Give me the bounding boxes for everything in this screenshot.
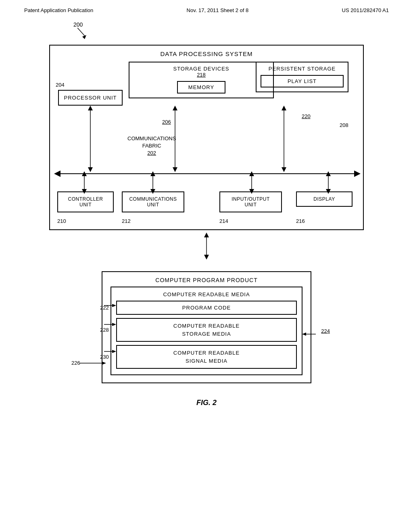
- page-header: Patent Application Publication Nov. 17, …: [0, 0, 413, 17]
- svg-marker-20: [112, 323, 116, 326]
- storage-devices-num: 218: [133, 72, 269, 78]
- crm-signal-box: COMPUTER READABLESIGNAL MEDIA: [116, 345, 297, 369]
- dps-title: DATA PROCESSING SYSTEM: [55, 50, 358, 57]
- crm-storage-box: COMPUTER READABLESTORAGE MEDIA: [116, 318, 297, 342]
- ref-216-label: 216: [296, 218, 305, 224]
- ref-204-label: 204: [56, 82, 65, 88]
- arrow-228: [104, 322, 120, 328]
- dps-outer-box: DATA PROCESSING SYSTEM STORAGE DEVICES 2…: [49, 45, 364, 230]
- diagram-container: 200 DATA PROCESSING SYSTEM STORAGE DEVIC…: [0, 21, 413, 407]
- fig-caption: FIG. 2: [196, 399, 217, 407]
- svg-marker-24: [302, 332, 306, 336]
- ref-214-label: 214: [219, 218, 228, 224]
- svg-marker-18: [112, 304, 116, 307]
- program-code-box: PROGRAM CODE: [116, 301, 297, 315]
- persistent-storage-box: PERSISTENT STORAGE PLAY LIST: [256, 62, 348, 92]
- ref-220-label: 220: [302, 113, 311, 119]
- header-middle: Nov. 17, 2011 Sheet 2 of 8: [187, 7, 249, 13]
- crm-title: COMPUTER READABLE MEDIA: [116, 291, 297, 297]
- ref-200-label: 200: [73, 21, 83, 28]
- controller-unit-box: CONTROLLER UNIT: [57, 191, 114, 212]
- crm-storage-row: 228 COMPUTER READABLESTORAGE MEDIA: [116, 318, 297, 342]
- ref-210-label: 210: [57, 218, 66, 224]
- communications-unit-box: COMMUNICATIONS UNIT: [122, 191, 184, 212]
- storage-devices-title: STORAGE DEVICES: [133, 66, 269, 72]
- arrow-230: [104, 349, 120, 355]
- svg-marker-22: [112, 350, 116, 353]
- crm-signal-row: 230 COMPUTER READABLESIGNAL MEDIA: [116, 345, 297, 369]
- arrow-226: [71, 360, 88, 368]
- cpp-outer-box: COMPUTER PROGRAM PRODUCT COMPUTER READAB…: [102, 271, 311, 383]
- bottom-section: 226 COMPUTER PROGRAM PRODUCT COMPUTER RE…: [49, 271, 364, 383]
- svg-line-0: [77, 28, 85, 36]
- ref-208-label: 208: [340, 122, 348, 128]
- comm-fabric-label: COMMUNICATIONS FABRIC 202: [127, 135, 176, 157]
- ref-206-label: 206: [162, 119, 171, 125]
- header-left: Patent Application Publication: [24, 7, 93, 13]
- processor-unit-box: PROCESSOR UNIT: [58, 90, 123, 106]
- connector-arrow-section: [49, 235, 364, 259]
- program-code-row: 222 PROGRAM CODE: [116, 301, 297, 315]
- cpp-title: COMPUTER PROGRAM PRODUCT: [107, 277, 306, 283]
- storage-devices-box: STORAGE DEVICES 218 MEMORY: [129, 62, 274, 98]
- playlist-box: PLAY LIST: [261, 75, 344, 87]
- persistent-storage-title: PERSISTENT STORAGE: [261, 66, 344, 72]
- io-unit-box: INPUT/OUTPUT UNIT: [219, 191, 282, 212]
- ref-212-label: 212: [122, 218, 131, 224]
- memory-box: MEMORY: [177, 81, 225, 94]
- top-section: 200 DATA PROCESSING SYSTEM STORAGE DEVIC…: [49, 21, 364, 235]
- display-box: DISPLAY: [296, 191, 353, 207]
- header-right: US 2011/282470 A1: [342, 7, 389, 13]
- connector-arrow: [49, 235, 364, 259]
- arrow-224: [316, 331, 328, 339]
- arrow-222: [104, 303, 120, 309]
- crm-box: COMPUTER READABLE MEDIA 222 PROGRAM CODE…: [111, 287, 302, 375]
